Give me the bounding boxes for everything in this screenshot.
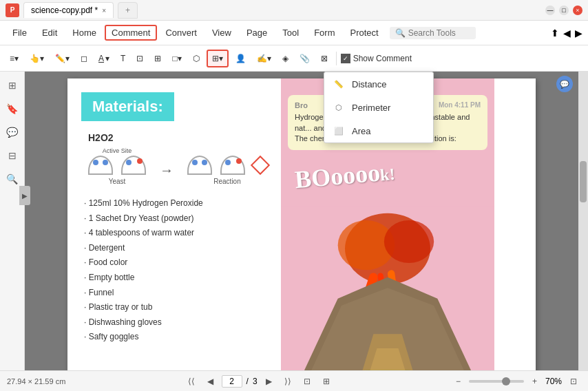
minimize-button[interactable]: — [545, 6, 555, 15]
menu-form[interactable]: Form [307, 25, 342, 41]
tab-item[interactable]: science-copy.pdf * × [23, 2, 114, 18]
sidebar-layers-icon[interactable]: ⊟ [3, 146, 22, 165]
right-panel-icon[interactable]: 💬 [556, 76, 573, 92]
diagram-area: Active Site Yeast [88, 147, 260, 185]
menu-page[interactable]: Page [240, 25, 274, 41]
prev-page-button[interactable]: ◀ [203, 375, 218, 388]
zoom-level: 70% [545, 377, 562, 386]
toolbar: ≡▾ 👆▾ ✏️▾ ◻ A▾ T ⊡ ⊞ □▾ ⬡ ⊞▾ 👤 ✍▾ ◈ 📎 ⊠ … [0, 45, 588, 72]
maximize-button[interactable]: □ [559, 6, 569, 15]
zoom-controls: − + 70% ⊡ [452, 375, 581, 388]
search-tool-area[interactable]: 🔍 [390, 27, 476, 39]
chat-label: Bro [295, 101, 308, 109]
active-site-label: Active Site [103, 147, 132, 154]
scrollbar-thumb[interactable] [580, 161, 587, 202]
fit-width-button[interactable]: ⊞ [319, 375, 334, 388]
menu-home[interactable]: Home [65, 25, 103, 41]
show-comment-checkbox[interactable]: ✓ [341, 54, 350, 63]
sidebar-collapse-arrow[interactable]: ▶ [19, 186, 30, 205]
menu-tool[interactable]: Tool [275, 25, 306, 41]
dropdown-area-label: Area [352, 126, 370, 136]
first-page-button[interactable]: ⟨⟨ [184, 375, 199, 388]
boo-text: BOooook! [293, 157, 395, 195]
menu-file[interactable]: File [6, 25, 34, 41]
show-comment-label[interactable]: ✓ Show Comment [341, 54, 412, 63]
toolbar-measurement-btn[interactable]: ⊞▾ [207, 50, 229, 67]
h2o2-label: H2O2 [88, 132, 260, 143]
material-item-8: · Plastic tray or tub [81, 300, 267, 315]
menu-convert[interactable]: Convert [158, 25, 204, 41]
tab-close-button[interactable]: × [102, 7, 106, 14]
toolbar-stamp2-btn[interactable]: 👤 [231, 51, 250, 66]
menu-bar: File Edit Home Comment Convert View Page… [0, 21, 588, 45]
material-item-1: · 125ml 10% Hydrogen Peroxide [81, 196, 267, 211]
zoom-out-button[interactable]: − [452, 375, 465, 388]
area-icon: ⬜ [333, 125, 345, 137]
menu-comment[interactable]: Comment [105, 25, 157, 41]
material-item-4: · Detergent [81, 241, 267, 256]
toolbar-signature-btn[interactable]: ✍▾ [253, 51, 275, 66]
main-area: Materials: H2O2 Active Site [25, 72, 578, 370]
dropdown-perimeter-label: Perimeter [352, 103, 390, 113]
measurement-dropdown: 📏 Distance ⬡ Perimeter ⬜ Area [324, 72, 434, 143]
fullscreen-button[interactable]: ⊡ [566, 375, 581, 388]
nav-forward-icon[interactable]: ▶ [575, 28, 582, 39]
window-controls: — □ × [545, 6, 582, 15]
close-button[interactable]: × [573, 6, 582, 15]
search-icon: 🔍 [395, 28, 406, 38]
toolbar-shape-btn[interactable]: □▾ [168, 51, 185, 66]
zoom-in-button[interactable]: + [528, 375, 541, 388]
show-comment-text: Show Comment [353, 54, 412, 63]
toolbar-divider [336, 52, 337, 65]
zoom-thumb[interactable] [502, 377, 510, 385]
sidebar-comment-icon[interactable]: 💬 [3, 123, 22, 142]
fit-page-button[interactable]: ⊡ [300, 375, 315, 388]
page-dimensions: 27.94 × 21.59 cm [7, 377, 65, 385]
dropdown-perimeter[interactable]: ⬡ Perimeter [324, 96, 433, 119]
reaction-label: Reaction [213, 178, 240, 185]
toolbar-pencil-btn[interactable]: ✏️▾ [51, 51, 74, 66]
zoom-slider[interactable] [469, 380, 524, 383]
menu-edit[interactable]: Edit [35, 25, 64, 41]
menu-view[interactable]: View [205, 25, 238, 41]
last-page-button[interactable]: ⟩⟩ [280, 375, 295, 388]
reaction-group: Reaction [187, 156, 267, 185]
toolbar-callout-btn[interactable]: ⊞ [150, 51, 165, 66]
page-number-input[interactable] [222, 375, 242, 388]
dropdown-distance[interactable]: 📏 Distance [324, 72, 433, 96]
svg-point-3 [384, 220, 434, 263]
materials-title: Materials: [81, 92, 174, 121]
dropdown-area[interactable]: ⬜ Area [324, 119, 433, 142]
material-item-7: · Funnel [81, 286, 267, 301]
material-item-3: · 4 tablespoons of warm water [81, 226, 267, 241]
toolbar-eraser-btn[interactable]: ◻ [76, 51, 92, 66]
yeast-group: Active Site Yeast [88, 147, 146, 185]
sidebar-pages-icon[interactable]: ⊞ [3, 76, 22, 95]
menu-protect[interactable]: Protect [343, 25, 385, 41]
yeast-label: Yeast [109, 178, 126, 185]
sidebar-bookmark-icon[interactable]: 🔖 [3, 99, 22, 118]
left-sidebar: ⊞ 🔖 💬 ⊟ 🔍 [0, 72, 25, 370]
new-tab-button[interactable]: + [118, 2, 138, 19]
toolbar-underline-btn[interactable]: A▾ [94, 51, 114, 66]
nav-back-icon[interactable]: ◀ [563, 28, 571, 39]
toolbar-stamp-btn[interactable]: ⬡ [189, 51, 204, 66]
perimeter-icon: ⬡ [333, 101, 345, 114]
next-page-button[interactable]: ▶ [262, 375, 276, 388]
toolbar-hand-btn[interactable]: 👆▾ [25, 51, 48, 66]
search-tool-input[interactable] [408, 28, 470, 38]
toolbar-highlight-btn[interactable]: ◈ [278, 51, 293, 66]
toolbar-attach-btn[interactable]: 📎 [295, 51, 314, 66]
toolbar-text-btn[interactable]: T [116, 51, 129, 66]
yeast-molecule [88, 156, 146, 175]
toolbar-select-btn[interactable]: ≡▾ [6, 51, 23, 66]
material-item-2: · 1 Sachet Dry Yeast (powder) [81, 211, 267, 226]
external-link-icon[interactable]: ⬆ [551, 28, 559, 39]
right-scrollbar[interactable] [578, 72, 588, 370]
toolbar-textbox-btn[interactable]: ⊡ [132, 51, 147, 66]
page-separator: / [246, 377, 249, 386]
material-item-9: · Dishwashing gloves [81, 315, 267, 330]
materials-list: · 125ml 10% Hydrogen Peroxide · 1 Sachet… [81, 196, 267, 345]
material-item-5: · Food color [81, 255, 267, 271]
toolbar-area-btn[interactable]: ⊠ [317, 51, 332, 66]
